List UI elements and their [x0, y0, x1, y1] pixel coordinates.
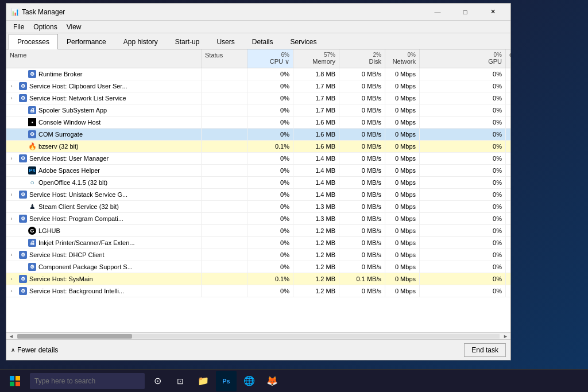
table-row[interactable]: › ⚙ Service Host: Background Intelli... …: [6, 285, 510, 297]
close-button[interactable]: ✕: [479, 6, 506, 18]
table-row[interactable]: ⚙ Runtime Broker 0% 1.8 MB 0 MB/s 0 Mbps…: [6, 68, 510, 80]
table-header: Name Status 6% CPU ∨ 57% Memory 2% Disk: [6, 49, 510, 68]
cell-status: [202, 129, 247, 140]
col-cpu[interactable]: 6% CPU ∨: [247, 49, 293, 68]
tab-performance[interactable]: Performance: [58, 34, 115, 49]
expand-arrow-icon[interactable]: ›: [9, 252, 14, 258]
cell-status: [202, 153, 247, 164]
col-gpu[interactable]: 0% GPU: [420, 49, 506, 68]
col-memory-pct: 57%: [297, 52, 335, 58]
taskbar-search-input[interactable]: [30, 373, 145, 389]
expand-arrow-icon[interactable]: ›: [9, 288, 14, 294]
expand-arrow-icon[interactable]: ›: [9, 216, 14, 222]
table-row[interactable]: 🖨 Spooler SubSystem App 0% 1.7 MB 0 MB/s…: [6, 104, 510, 117]
table-row[interactable]: › ⚙ Service Host: SysMain 0.1% 1.2 MB 0.…: [6, 273, 510, 285]
table-row[interactable]: 🖨 Inkjet Printer/Scanner/Fax Exten... 0%…: [6, 237, 510, 249]
scroll-left-btn[interactable]: ◄: [6, 333, 16, 339]
taskbar-chrome-icon[interactable]: 🌐: [239, 371, 260, 391]
table-row[interactable]: ▪ Console Window Host 0% 1.6 MB 0 MB/s 0…: [6, 117, 510, 129]
cell-process-name: ⚙ COM Surrogate: [6, 129, 202, 140]
cell-memory: 1.4 MB: [293, 165, 339, 176]
table-row[interactable]: › ⚙ Service Host: Network List Service 0…: [6, 92, 510, 104]
process-name-label: Service Host: Network List Service: [29, 95, 126, 102]
taskbar-cortana-icon[interactable]: ⊙: [147, 371, 168, 391]
cell-process-name: 🔥 bzserv (32 bit): [6, 141, 202, 152]
minimize-button[interactable]: —: [424, 6, 451, 18]
window-icon: 📊: [11, 8, 20, 16]
table-row[interactable]: Ps Adobe Spaces Helper 0% 1.4 MB 0 MB/s …: [6, 165, 510, 177]
col-status[interactable]: Status: [202, 49, 247, 68]
menu-view[interactable]: View: [62, 22, 86, 32]
table-row[interactable]: ♟ Steam Client Service (32 bit) 0% 1.3 M…: [6, 201, 510, 213]
taskbar-task-view-icon[interactable]: ⊡: [170, 371, 191, 391]
table-row[interactable]: › ⚙ Service Host: Unistack Service G... …: [6, 189, 510, 201]
maximize-button[interactable]: □: [452, 6, 478, 18]
table-row[interactable]: ⚙ COM Surrogate 0% 1.6 MB 0 MB/s 0 Mbps …: [6, 129, 510, 141]
col-name[interactable]: Name: [6, 49, 202, 68]
expand-arrow-icon[interactable]: ›: [9, 95, 14, 101]
tab-details[interactable]: Details: [243, 34, 282, 49]
process-name-label: Service Host: Background Intelli...: [29, 288, 124, 294]
tab-app-history[interactable]: App history: [115, 34, 167, 49]
expand-arrow-icon[interactable]: ›: [9, 276, 14, 282]
menu-options[interactable]: Options: [29, 22, 61, 32]
menu-file[interactable]: File: [9, 22, 29, 32]
cell-cpu: 0%: [247, 201, 293, 212]
horizontal-scrollbar[interactable]: ◄ ►: [6, 332, 510, 339]
scroll-right-btn[interactable]: ►: [501, 333, 510, 339]
table-row[interactable]: › ⚙ Service Host: Program Compati... 0% …: [6, 213, 510, 225]
table-row[interactable]: › ⚙ Service Host: User Manager 0% 1.4 MB…: [6, 153, 510, 165]
expand-arrow-icon[interactable]: ›: [9, 156, 14, 161]
cell-disk: 0 MB/s: [339, 68, 385, 80]
cell-cpu: 0.1%: [247, 141, 293, 152]
cell-network: 0 Mbps: [385, 153, 420, 164]
cell-gpu: 0%: [420, 273, 506, 285]
cell-status: [202, 104, 247, 116]
cell-process-name: ⚙ Component Package Support S...: [6, 261, 202, 273]
cell-gpu-engine: [506, 237, 510, 249]
scrollbar-thumb[interactable]: [17, 334, 132, 339]
tab-startup[interactable]: Start-up: [167, 34, 208, 49]
cell-network: 0 Mbps: [385, 213, 420, 224]
cell-gpu-engine: [506, 104, 510, 116]
table-row[interactable]: › ⚙ Service Host: Clipboard User Ser... …: [6, 80, 510, 92]
taskbar-photoshop-icon[interactable]: Ps: [216, 371, 237, 391]
cell-status: [202, 237, 247, 249]
cell-network: 0 Mbps: [385, 68, 420, 80]
col-gpu-engine[interactable]: GPU engine: [506, 49, 510, 68]
end-task-button[interactable]: End task: [464, 343, 506, 357]
cell-gpu-engine: [506, 201, 510, 212]
process-icon: ⚙: [19, 82, 27, 90]
cell-network: 0 Mbps: [385, 177, 420, 188]
start-button[interactable]: [2, 371, 28, 391]
cell-gpu-engine: [506, 177, 510, 188]
table-row[interactable]: › ⚙ Service Host: DHCP Client 0% 1.2 MB …: [6, 249, 510, 261]
expand-arrow-icon[interactable]: ›: [9, 83, 14, 89]
cell-status: [202, 213, 247, 224]
fewer-details-button[interactable]: ∧ Fewer details: [11, 346, 58, 354]
cell-cpu: 0%: [247, 189, 293, 200]
table-row[interactable]: ○ OpenOffice 4.1.5 (32 bit) 0% 1.4 MB 0 …: [6, 177, 510, 189]
col-disk[interactable]: 2% Disk: [339, 49, 385, 68]
col-network[interactable]: 0% Network: [385, 49, 420, 68]
tab-services[interactable]: Services: [281, 34, 325, 49]
process-icon: 🖨: [28, 239, 36, 247]
table-row[interactable]: 🔥 bzserv (32 bit) 0.1% 1.6 MB 0 MB/s 0 M…: [6, 141, 510, 153]
cell-disk: 0.1 MB/s: [339, 273, 385, 285]
col-memory[interactable]: 57% Memory: [293, 49, 339, 68]
taskbar-file-explorer-icon[interactable]: 📁: [193, 371, 214, 391]
cell-memory: 1.2 MB: [293, 225, 339, 236]
tab-users[interactable]: Users: [208, 34, 243, 49]
cell-gpu: 0%: [420, 177, 506, 188]
cell-gpu: 0%: [420, 201, 506, 212]
cell-disk: 0 MB/s: [339, 237, 385, 249]
cell-memory: 1.2 MB: [293, 273, 339, 285]
process-icon: 🖨: [28, 106, 36, 114]
taskbar-firefox-icon[interactable]: 🦊: [262, 371, 283, 391]
process-icon: ⚙: [19, 251, 27, 259]
table-row[interactable]: G LGHUB 0% 1.2 MB 0 MB/s 0 Mbps 0%: [6, 225, 510, 237]
cell-network: 0 Mbps: [385, 92, 420, 104]
expand-arrow-icon[interactable]: ›: [9, 192, 14, 197]
table-row[interactable]: ⚙ Component Package Support S... 0% 1.2 …: [6, 261, 510, 273]
tab-processes[interactable]: Processes: [9, 34, 58, 49]
